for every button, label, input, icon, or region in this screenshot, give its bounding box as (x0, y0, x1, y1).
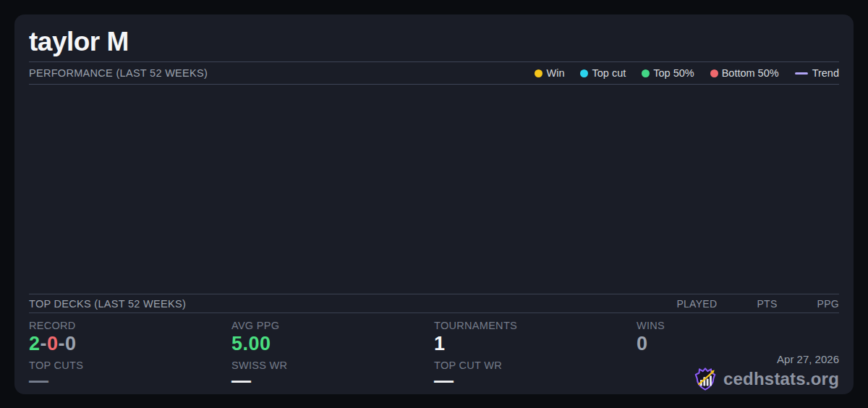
stat-value-part: 1 (434, 333, 446, 354)
stat-value-top-cuts: — (29, 371, 231, 390)
page-title: taylor M (29, 27, 839, 61)
stat-value-part: 2 (29, 333, 41, 354)
stat-label-tournaments: TOURNAMENTS (434, 320, 637, 331)
stat-value-part: - (41, 333, 48, 354)
legend-item-trend: Trend (795, 67, 839, 79)
cedhstats-shield-chart-icon (693, 367, 718, 391)
performance-section-label: PERFORMANCE (LAST 52 WEEKS) (29, 67, 208, 79)
stat-value-record: 2-0-0 (29, 333, 231, 354)
stat-column-avg-ppg: AVG PPG5.00SWISS WR— (231, 313, 434, 390)
legend-label-top-cut: Top cut (592, 67, 626, 79)
trend-line-icon (795, 72, 808, 75)
top-decks-column-ppg: PPG (817, 298, 839, 310)
stat-value-swiss-wr: — (231, 371, 434, 390)
legend-label-top-50: Top 50% (653, 67, 694, 79)
stat-value-tournaments: 1 (434, 333, 637, 354)
stat-value-part: 0 (47, 333, 59, 354)
legend-label-trend: Trend (812, 67, 839, 79)
legend-item-top-50: Top 50% (642, 67, 694, 79)
stat-label-record: RECORD (29, 320, 231, 331)
performance-chart-area (29, 85, 839, 294)
stat-label-avg-ppg: AVG PPG (231, 320, 434, 331)
top-decks-header-row: TOP DECKS (LAST 52 WEEKS) PLAYEDPTSPPG (29, 294, 839, 313)
stat-value-part: — (434, 370, 454, 391)
stat-label-top-cuts: TOP CUTS (29, 360, 231, 371)
stat-value-wins: 0 (637, 333, 839, 354)
performance-legend: WinTop cutTop 50%Bottom 50%Trend (535, 67, 839, 79)
stat-value-part: 0 (65, 333, 77, 354)
stat-value-top-cut-wr: — (434, 371, 637, 390)
stat-column-record: RECORD2-0-0TOP CUTS— (29, 313, 231, 390)
player-stats-card: taylor M PERFORMANCE (LAST 52 WEEKS) Win… (14, 14, 854, 394)
brand-row[interactable]: cedhstats.org (693, 367, 839, 391)
stat-value-part: 0 (637, 333, 648, 354)
top-cut-dot-icon (580, 69, 588, 77)
top-50-dot-icon (642, 69, 650, 77)
legend-item-bottom-50: Bottom 50% (710, 67, 779, 79)
top-decks-section-label: TOP DECKS (LAST 52 WEEKS) (29, 298, 186, 310)
footer-right: Apr 27, 2026 cedhstats.org (693, 353, 839, 391)
stat-value-part: - (59, 333, 66, 354)
stat-value-avg-ppg: 5.00 (231, 333, 434, 354)
performance-header-row: PERFORMANCE (LAST 52 WEEKS) WinTop cutTo… (29, 61, 839, 85)
legend-label-bottom-50: Bottom 50% (722, 67, 779, 79)
stats-area: RECORD2-0-0TOP CUTS—AVG PPG5.00SWISS WR—… (29, 313, 839, 394)
stat-label-top-cut-wr: TOP CUT WR (434, 360, 637, 371)
brand-name: cedhstats.org (723, 367, 839, 391)
stat-label-swiss-wr: SWISS WR (231, 360, 434, 371)
report-date: Apr 27, 2026 (777, 353, 839, 366)
legend-label-win: Win (546, 67, 564, 79)
stat-column-tournaments: TOURNAMENTS1TOP CUT WR— (434, 313, 637, 390)
stat-value-part: 5.00 (231, 333, 271, 354)
legend-item-win: Win (535, 67, 564, 79)
top-decks-column-played: PLAYED (676, 298, 717, 310)
stat-value-part: — (29, 370, 49, 391)
bottom-50-dot-icon (710, 69, 718, 77)
stat-value-part: — (231, 370, 252, 391)
top-decks-columns: PLAYEDPTSPPG (637, 298, 839, 310)
legend-item-top-cut: Top cut (580, 67, 626, 79)
stat-label-wins: WINS (637, 320, 839, 331)
win-dot-icon (535, 69, 542, 77)
top-decks-column-pts: PTS (757, 298, 777, 310)
